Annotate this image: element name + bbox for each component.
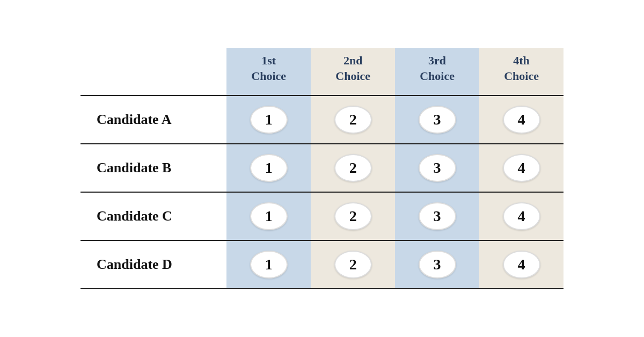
candidate-c-choice2[interactable]: 2 [311, 192, 395, 240]
candidate-d-choice1[interactable]: 1 [226, 240, 311, 289]
candidate-c-choice3[interactable]: 3 [395, 192, 479, 240]
oval-badge[interactable]: 4 [503, 106, 540, 134]
candidate-b-choice2[interactable]: 2 [311, 144, 395, 192]
oval-badge[interactable]: 4 [503, 202, 540, 230]
candidate-d-choice2[interactable]: 2 [311, 240, 395, 289]
candidate-b-choice1[interactable]: 1 [226, 144, 311, 192]
candidate-c-label: Candidate C [80, 192, 226, 240]
candidate-d-choice4[interactable]: 4 [479, 240, 564, 289]
oval-badge[interactable]: 3 [419, 106, 456, 134]
oval-badge[interactable]: 4 [503, 154, 540, 182]
oval-badge[interactable]: 1 [250, 106, 288, 134]
header-choice-2: 2ndChoice [311, 48, 395, 95]
table-row: Candidate A 1 2 3 4 [80, 96, 564, 144]
oval-badge[interactable]: 4 [503, 251, 540, 279]
oval-badge[interactable]: 3 [419, 251, 456, 279]
oval-badge[interactable]: 2 [334, 154, 372, 182]
table-row: Candidate C 1 2 3 4 [80, 192, 564, 240]
oval-badge[interactable]: 3 [419, 154, 456, 182]
candidate-a-choice4[interactable]: 4 [479, 96, 564, 144]
header-candidate-col [80, 48, 226, 95]
ranking-table: 1stChoice 2ndChoice 3rdChoice 4thChoice … [80, 48, 564, 289]
candidate-d-label: Candidate D [80, 240, 226, 289]
candidate-c-choice4[interactable]: 4 [479, 192, 564, 240]
candidate-a-choice1[interactable]: 1 [226, 96, 311, 144]
table-row: Candidate B 1 2 3 4 [80, 144, 564, 192]
candidate-a-choice2[interactable]: 2 [311, 96, 395, 144]
candidate-a-label: Candidate A [80, 96, 226, 144]
candidate-b-choice3[interactable]: 3 [395, 144, 479, 192]
candidate-a-choice3[interactable]: 3 [395, 96, 479, 144]
header-choice-3: 3rdChoice [395, 48, 479, 95]
ranking-table-container: 1stChoice 2ndChoice 3rdChoice 4thChoice … [80, 48, 564, 289]
table-row: Candidate D 1 2 3 4 [80, 240, 564, 289]
oval-badge[interactable]: 2 [334, 202, 372, 230]
candidate-d-choice3[interactable]: 3 [395, 240, 479, 289]
candidate-b-choice4[interactable]: 4 [479, 144, 564, 192]
oval-badge[interactable]: 1 [250, 251, 288, 279]
oval-badge[interactable]: 2 [334, 251, 372, 279]
header-choice-4: 4thChoice [479, 48, 564, 95]
oval-badge[interactable]: 1 [250, 202, 288, 230]
candidate-b-label: Candidate B [80, 144, 226, 192]
oval-badge[interactable]: 3 [419, 202, 456, 230]
header-choice-1: 1stChoice [226, 48, 311, 95]
oval-badge[interactable]: 2 [334, 106, 372, 134]
candidate-c-choice1[interactable]: 1 [226, 192, 311, 240]
oval-badge[interactable]: 1 [250, 154, 288, 182]
